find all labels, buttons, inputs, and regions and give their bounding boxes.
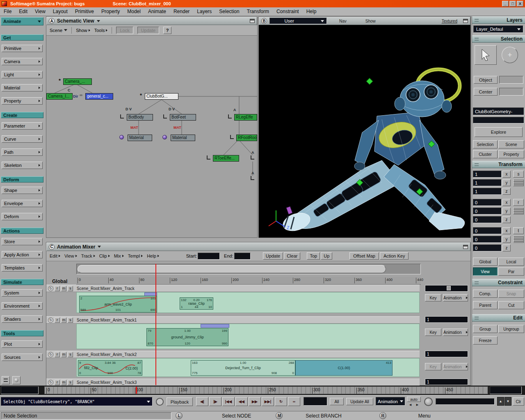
arrow-right-icon[interactable]: ▶ (416, 403, 418, 406)
slider-handle[interactable] (447, 286, 451, 290)
toolbar-item-store[interactable]: Store (2, 238, 43, 245)
schematic-title[interactable]: Schematic View (57, 18, 94, 24)
mixer-menu-clip[interactable]: Clip (98, 253, 112, 259)
update-button[interactable]: Update (137, 27, 159, 34)
frame-up-icon[interactable]: ▲ (497, 397, 504, 406)
toolbar-item-plot[interactable]: Plot (2, 340, 43, 348)
timeline-start-field[interactable] (1, 386, 39, 394)
track-lane[interactable]: 9 3.84 36 87 fill2_Clip C(2.00) 0 100 78… (76, 358, 420, 377)
menu-constraint[interactable]: Constraint (273, 8, 303, 15)
track-header[interactable]: ↻ r m s Scene_Root:Mixer_Anim_Track2 (46, 351, 420, 358)
timeline-ruler[interactable]: 0 50 100 150 200 250 300 350 400 450 (44, 386, 488, 394)
schematic-header[interactable]: A Schematic View (46, 17, 257, 25)
mixer-menu-help[interactable]: Help (145, 253, 161, 259)
scale-z-field[interactable]: 1 (473, 188, 502, 195)
key-button[interactable]: Key (425, 329, 441, 336)
mixer-menu-templ[interactable]: Templ (126, 253, 144, 259)
scale-y-field[interactable]: 1 (473, 179, 502, 186)
explore-button[interactable]: Explore (475, 127, 523, 137)
snap-button[interactable]: Snap (498, 290, 524, 298)
window-restore-icon[interactable] (463, 245, 468, 249)
freeze-button[interactable]: Freeze (473, 336, 498, 345)
track-weight-field[interactable]: 1 (425, 351, 468, 357)
group-button[interactable]: Group (473, 325, 498, 333)
menu-render[interactable]: Render (170, 8, 193, 15)
track-solo-toggle[interactable]: s (68, 317, 73, 323)
slider-icon[interactable] (513, 236, 524, 243)
step-forward-icon[interactable]: |▶ (209, 397, 221, 406)
window-restore-icon[interactable] (463, 19, 468, 23)
clr-button[interactable]: Clr (513, 397, 524, 406)
track-ripple-toggle[interactable]: r (55, 352, 60, 357)
clip-ground-jimmy[interactable]: 79 1.00 199 ground_Jimmy_Clip 870 120 99… (146, 328, 228, 346)
node-clubbot[interactable]: ClubBotG... (145, 93, 178, 100)
comp-button[interactable]: Comp. (473, 290, 498, 298)
toolbar-item-parameter[interactable]: Parameter (2, 122, 43, 130)
node-material-2[interactable]: Material (171, 135, 195, 141)
update-button[interactable]: Update (263, 252, 283, 260)
mixer-range-handle[interactable] (78, 265, 386, 273)
toolbar-item-material[interactable]: Material (2, 84, 43, 91)
object-filter-field[interactable] (499, 76, 523, 84)
layers-panel-header[interactable]: Layers (472, 16, 525, 24)
track-ripple-toggle[interactable]: r (55, 286, 60, 291)
node-material-1[interactable]: Material (128, 135, 152, 141)
scene-menu[interactable]: Scene (50, 28, 67, 33)
track-mute-toggle[interactable]: m (61, 380, 66, 385)
object-filter-button[interactable]: Object (474, 76, 498, 84)
menu-layers[interactable]: Layers (193, 8, 215, 15)
toolbar-item-camera[interactable]: Camera (2, 58, 43, 65)
mixer-title[interactable]: Animation Mixer (57, 244, 95, 250)
clip-dejected-turn[interactable]: 163 1.00 288 Dejected_Turn_f_Clip 775 90… (191, 360, 295, 376)
track-solo-toggle[interactable]: s (68, 380, 73, 385)
layer-dropdown[interactable]: Layer_Defaul (473, 25, 523, 33)
rotate-y-axis-button[interactable]: y (502, 208, 511, 215)
node-botfeet[interactable]: BotFeet (170, 114, 196, 121)
rotate-y-field[interactable]: 0 (473, 208, 502, 215)
mixer-menu-mix[interactable]: Mix (112, 253, 126, 259)
animation-menu-button[interactable]: Animation (376, 397, 405, 406)
constraint-panel-header[interactable]: Constraint (472, 279, 525, 286)
rotate-x-field[interactable]: 0 (473, 199, 502, 206)
clip-arm-wave2[interactable]: 2 103 arm_wave2_Clip 589 101 690 (79, 296, 157, 313)
material-sphere-icon[interactable] (12, 376, 21, 384)
track-lane[interactable]: 2 103 arm_wave2_Clip 589 101 690 132 0.2… (76, 292, 420, 313)
track-weight-slider[interactable] (425, 285, 468, 292)
end-frame-field[interactable]: 500 (234, 253, 251, 260)
translate-x-axis-button[interactable]: x (502, 227, 511, 234)
mode-selector[interactable]: Animate (1, 17, 43, 25)
timeline-playhead[interactable] (136, 387, 137, 394)
top-button[interactable]: Top (307, 252, 320, 260)
par-button[interactable]: Par (498, 267, 524, 276)
mixer-ruler[interactable]: 0 40 80 120 160 200 240 280 320 360 400 … (76, 277, 421, 285)
loop-icon[interactable]: ↻ (275, 397, 287, 406)
slider-icon[interactable] (513, 208, 524, 215)
step-back-icon[interactable]: ◀| (196, 397, 208, 406)
parent-button[interactable]: Parent (473, 301, 498, 309)
local-button[interactable]: Local (498, 258, 524, 266)
track-weight-field[interactable]: 1 (425, 316, 468, 323)
key-icon[interactable] (424, 397, 433, 406)
track-header[interactable]: ↻ r m s Scene_Root:Mixer_Anim_Track3 (46, 379, 420, 386)
playback-button[interactable]: Playback (167, 397, 193, 406)
script-lock-icon[interactable] (156, 398, 164, 406)
view-button[interactable]: View (473, 267, 498, 276)
cut-button[interactable]: Cut (498, 301, 524, 309)
node-camera[interactable]: Camera_... (63, 78, 92, 85)
view-letter[interactable]: B (261, 18, 267, 24)
go-end-icon[interactable]: ▶▶| (262, 397, 274, 406)
menu-transform[interactable]: Transform (243, 8, 273, 15)
play-backward-icon[interactable]: ◀◀ (235, 397, 248, 406)
toolbar-item-shaders[interactable]: Shaders (2, 315, 43, 323)
track-cycle-icon[interactable]: ↻ (48, 286, 53, 291)
rotate-x-axis-button[interactable]: x (502, 199, 511, 206)
clip-raise[interactable]: 132 0.20 176 raise_Clip 1 44 10 (180, 297, 213, 310)
nav-menu[interactable]: Nav (339, 19, 347, 23)
track-mute-toggle[interactable]: m (61, 286, 66, 291)
node-rtoeeffe[interactable]: RToeEffe... (213, 155, 239, 162)
toolbar-item-property[interactable]: Property (2, 97, 43, 105)
scale-y-axis-button[interactable]: y (502, 179, 511, 186)
toolbar-item-apply-action[interactable]: Apply Action (2, 251, 43, 258)
start-frame-field[interactable]: 0 (198, 253, 220, 260)
scale-z-axis-button[interactable]: z (502, 188, 511, 195)
